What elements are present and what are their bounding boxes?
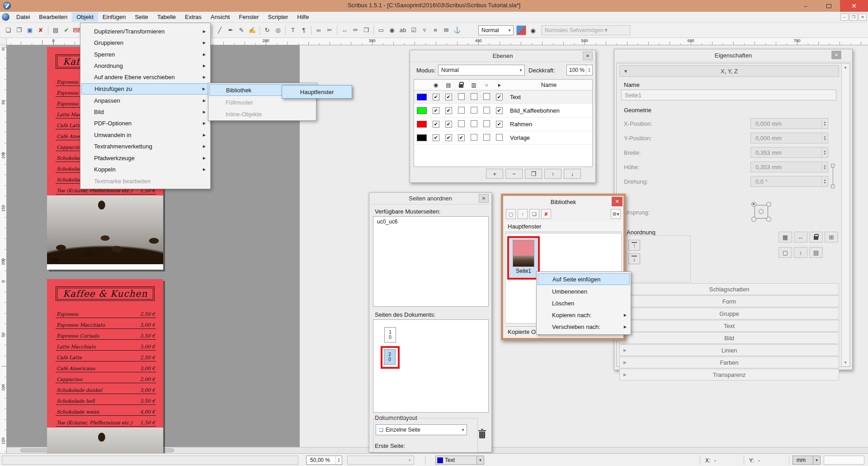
- menu-seite[interactable]: Seite: [130, 12, 153, 22]
- close-button[interactable]: ✕: [840, 0, 868, 12]
- chevron-down-icon[interactable]: ▼: [476, 456, 484, 464]
- rotate-item-icon[interactable]: ↻: [262, 25, 273, 36]
- layer-name[interactable]: Bild_Kaffeebohnen: [505, 107, 592, 114]
- enable-printing-icon[interactable]: ▤: [809, 247, 823, 258]
- zoom-spinner[interactable]: 50,00 % ▲▼: [306, 456, 342, 465]
- menu-hilfe[interactable]: Hilfe: [292, 12, 313, 22]
- outline-checkbox[interactable]: [483, 107, 490, 114]
- vision-mode-select[interactable]: Normales Sehvermögen▼: [542, 25, 630, 35]
- flow-checkbox[interactable]: [471, 120, 477, 127]
- menu-item-bild[interactable]: Bild▶: [81, 106, 209, 118]
- trash-icon[interactable]: [479, 432, 485, 438]
- select-checkbox[interactable]: ✔: [496, 107, 503, 114]
- layer-name[interactable]: Vorlage: [505, 134, 592, 141]
- basepoint-topright[interactable]: [766, 202, 771, 207]
- raise-to-top-button[interactable]: ↑: [628, 240, 640, 251]
- menu-objekt[interactable]: Objekt: [72, 12, 98, 22]
- eyedropper-icon[interactable]: ✑: [350, 25, 361, 36]
- close-document-icon[interactable]: ✘: [35, 25, 46, 36]
- pdf-push-button-icon[interactable]: ▭: [376, 25, 387, 36]
- preflight-verifier-icon[interactable]: ✔: [61, 25, 72, 36]
- vertical-ruler[interactable]: 0 50 100 150 200 0 50 100 150: [0, 45, 7, 453]
- menu-item-pfadwerkzeuge[interactable]: Pfadwerkzeuge▶: [81, 152, 209, 164]
- layer-color-swatch[interactable]: [417, 107, 427, 114]
- menu-scripter[interactable]: Scripter: [264, 12, 293, 22]
- layer-color-swatch[interactable]: [417, 94, 427, 100]
- menu-einfuegen[interactable]: Einfügen: [98, 12, 130, 22]
- visible-checkbox[interactable]: ✔: [433, 94, 439, 100]
- save-document-icon[interactable]: ▣: [24, 25, 35, 36]
- layer-row-text[interactable]: ✔ ✔ ✔ Text: [414, 90, 592, 104]
- pdf-checkbox-icon[interactable]: ☑: [408, 25, 419, 36]
- master-pages-list[interactable]: uc0_uc6: [373, 216, 489, 307]
- height-spinner[interactable]: 0,353 mm ▲▼: [750, 162, 828, 172]
- outline-checkbox[interactable]: [483, 134, 490, 141]
- spinner-arrows-icon[interactable]: ▲▼: [586, 65, 592, 75]
- menu-item-ebene-verschieben[interactable]: Auf andere Ebene verschieben▶: [81, 71, 209, 83]
- context-item-move-to[interactable]: Verschieben nach:▶: [538, 321, 630, 333]
- properties-title[interactable]: Eigenschaften: [614, 49, 852, 62]
- seite1-thumbnail[interactable]: [513, 240, 534, 267]
- minimize-button[interactable]: –: [795, 0, 816, 12]
- link-text-frames-icon[interactable]: ∞: [313, 25, 324, 36]
- mdi-restore-button[interactable]: ❐: [849, 14, 858, 21]
- print-checkbox[interactable]: ✔: [445, 121, 452, 128]
- lock-checkbox[interactable]: [458, 107, 465, 114]
- width-spinner[interactable]: 0,353 mm ▲▼: [750, 147, 828, 158]
- pdf-link-icon[interactable]: ⚓: [452, 25, 462, 36]
- spinner-arrows-icon[interactable]: ▲▼: [335, 456, 342, 464]
- lower-layer-button[interactable]: ↓: [564, 169, 581, 179]
- unit-select[interactable]: mm ▼: [793, 456, 821, 465]
- section-schlagschatten[interactable]: ▶Schlagschatten: [619, 283, 839, 295]
- pdf-list-box-icon[interactable]: ≡: [430, 25, 441, 36]
- menu-tabelle[interactable]: Tabelle: [153, 12, 180, 22]
- close-icon[interactable]: ✕: [831, 51, 841, 59]
- delete-item-icon[interactable]: ✘: [541, 209, 551, 219]
- edit-contents-icon[interactable]: T: [288, 25, 298, 36]
- menu-fenster[interactable]: Fenster: [234, 12, 263, 22]
- view-mode-select[interactable]: Normal▼: [478, 25, 514, 35]
- lock-checkbox[interactable]: [458, 93, 465, 100]
- pdf-radio-button-icon[interactable]: ◉: [387, 25, 397, 36]
- gear-icon[interactable]: ⚙▾: [611, 209, 621, 219]
- library-title[interactable]: Bibliothek: [503, 196, 623, 208]
- tab-xyz[interactable]: ▼ X, Y, Z: [619, 65, 839, 77]
- menu-item-textrahmenverkettung[interactable]: Textrahmenverkettung▶: [81, 141, 209, 152]
- library-item-label[interactable]: Seite1: [509, 268, 538, 274]
- open-document-icon[interactable]: ❐: [14, 25, 24, 36]
- section-gruppe[interactable]: ▶Gruppe: [619, 308, 839, 319]
- visible-checkbox[interactable]: ✔: [433, 134, 439, 141]
- spinner-arrows-icon[interactable]: ▲▼: [821, 119, 828, 128]
- context-item-insert[interactable]: Auf Seite einfügen: [538, 273, 630, 285]
- library-target-submenu[interactable]: Hauptfenster: [282, 85, 352, 99]
- preview-mode-icon[interactable]: ◉: [528, 25, 538, 35]
- ungroup-objects-icon[interactable]: ▢: [778, 247, 792, 258]
- basepoint-selector[interactable]: [751, 202, 771, 222]
- active-layer-select[interactable]: Text ▼: [435, 456, 484, 465]
- layers-panel-title[interactable]: Ebenen: [410, 50, 595, 62]
- collapse-triangle-icon[interactable]: ▼: [623, 69, 628, 74]
- menu-item-gruppieren[interactable]: Gruppieren▶: [81, 37, 209, 48]
- layer-name[interactable]: Text: [505, 94, 592, 100]
- pdf-text-field-icon[interactable]: ab: [397, 25, 408, 36]
- outline-checkbox[interactable]: [483, 120, 490, 127]
- print-checkbox[interactable]: ✔: [445, 107, 452, 114]
- name-field[interactable]: Seite1: [621, 90, 836, 100]
- visible-checkbox[interactable]: ✔: [433, 107, 439, 114]
- flip-horizontal-icon[interactable]: ↔: [794, 232, 807, 243]
- menu-item-hinzufuegen-zu[interactable]: Hinzufügen zu▶: [81, 83, 209, 95]
- zoom-icon[interactable]: ◎: [273, 25, 283, 36]
- chevron-down-icon[interactable]: ▼: [813, 456, 820, 464]
- section-text[interactable]: ▶Text: [619, 320, 839, 332]
- print-document-icon[interactable]: ▤: [50, 25, 61, 36]
- print-checkbox[interactable]: ✔: [445, 134, 452, 141]
- copy-properties-icon[interactable]: ❒: [361, 25, 372, 36]
- spinner-arrows-icon[interactable]: ▲▼: [821, 147, 828, 157]
- select-checkbox[interactable]: ✔: [496, 121, 503, 128]
- layer-color-swatch[interactable]: [417, 121, 427, 128]
- vertical-scrollbar[interactable]: ▲ ▼: [841, 64, 849, 366]
- edit-story-icon[interactable]: ¶: [298, 25, 309, 36]
- select-checkbox[interactable]: ✔: [496, 94, 503, 100]
- menu-datei[interactable]: Datei: [12, 12, 34, 22]
- outline-checkbox[interactable]: [483, 93, 490, 100]
